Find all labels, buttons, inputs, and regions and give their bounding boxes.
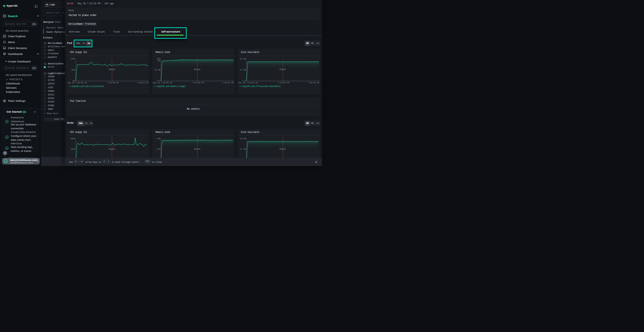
svg-text:avg(k8s.pod.cpu.utilization): avg(k8s.pod.cpu.utilization) bbox=[71, 85, 104, 88]
svg-text:Event: Event bbox=[194, 148, 200, 150]
svg-text:7:00:00 AM: 7:00:00 AM bbox=[308, 82, 319, 84]
svg-text:47 GB: 47 GB bbox=[240, 69, 246, 71]
svg-text:95 MB: 95 MB bbox=[154, 69, 160, 71]
svg-text:3 GB: 3 GB bbox=[156, 138, 160, 140]
svg-text:60%: 60% bbox=[72, 69, 75, 71]
svg-text:Event: Event bbox=[280, 148, 286, 150]
svg-text:47 GB: 47 GB bbox=[240, 148, 246, 150]
svg-text:May 26 7:00:00 AM: May 26 7:00:00 AM bbox=[68, 82, 87, 84]
svg-text:MB: MB bbox=[158, 60, 160, 62]
svg-text:7:00:00 AM: 7:00:00 AM bbox=[222, 82, 234, 84]
svg-text:May 26 7:00:00 AM: May 26 7:00:00 AM bbox=[238, 82, 258, 84]
svg-text:200%: 200% bbox=[70, 138, 75, 140]
svg-text:Event: Event bbox=[109, 68, 115, 71]
svg-text:7:00:00 AM: 7:00:00 AM bbox=[137, 82, 148, 84]
svg-text:93 GB: 93 GB bbox=[240, 138, 246, 140]
svg-text:120%: 120% bbox=[70, 58, 75, 60]
svg-text:May 26 7:00:00 AM: May 26 7:00:00 AM bbox=[153, 82, 172, 84]
svg-text:2 GB: 2 GB bbox=[156, 148, 160, 150]
svg-text:93 GB: 93 GB bbox=[240, 58, 246, 60]
svg-text:avg(k8s.pod.filesystem.availab: avg(k8s.pod.filesystem.available) bbox=[242, 85, 280, 88]
svg-text:7:30:00 PM: 7:30:00 PM bbox=[192, 82, 204, 84]
svg-text:7:30:00 PM: 7:30:00 PM bbox=[278, 82, 290, 84]
svg-text:Event: Event bbox=[109, 148, 115, 150]
svg-text:avg(k8s.pod.memory.usage): avg(k8s.pod.memory.usage) bbox=[157, 85, 186, 88]
svg-text:100%: 100% bbox=[70, 148, 75, 150]
svg-text:Event: Event bbox=[280, 68, 286, 71]
svg-text:Event: Event bbox=[194, 68, 200, 71]
svg-text:7:30:00 PM: 7:30:00 PM bbox=[107, 82, 118, 84]
